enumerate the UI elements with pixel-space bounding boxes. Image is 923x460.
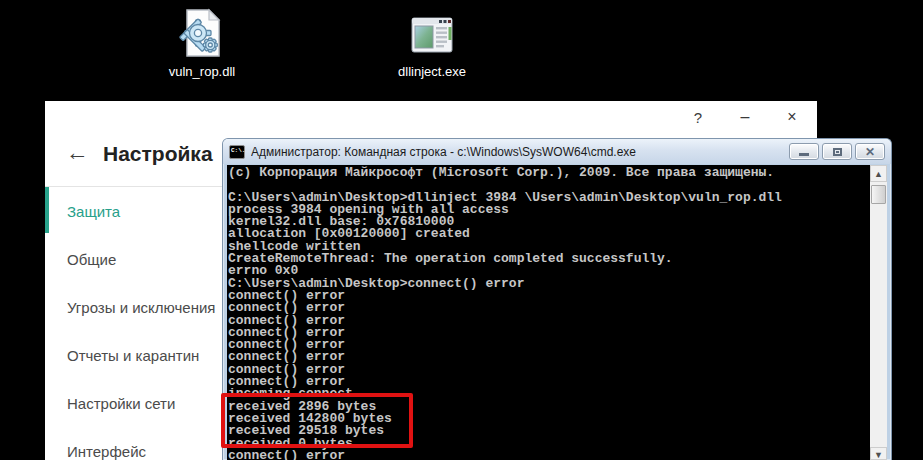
desktop-icon-label: vuln_rop.dll [142,64,262,79]
close-button[interactable]: × [783,106,801,128]
desktop-icon-label: dllinject.exe [372,64,492,79]
received-bytes-highlight-box [221,393,413,448]
minimize-button[interactable] [789,143,819,160]
sidebar-item-label: Отчеты и карантин [67,347,199,364]
sidebar-item-label: Настройки сети [67,395,175,412]
scroll-up-icon[interactable]: ▲ [870,165,887,182]
restore-icon [833,148,842,156]
scroll-down-icon[interactable]: ▼ [870,447,887,460]
cmd-titlebar[interactable]: Администратор: Командная строка - c:\Win… [223,139,891,164]
cmd-window-controls: ✕ [789,143,885,160]
restore-button[interactable] [822,143,852,160]
cmd-icon [229,145,245,159]
help-button[interactable]: ? [689,106,707,128]
page-title: Настройка [103,142,213,166]
sidebar-item-label: Защита [67,203,120,220]
settings-window-controls: ? – × [689,106,801,128]
sidebar-item-label: Общие [67,251,116,268]
back-arrow-icon[interactable]: ← [62,137,92,167]
sidebar-item-label: Интерфейс [67,443,146,460]
desktop: vuln_rop.dll [0,0,923,460]
close-button[interactable]: ✕ [855,143,885,160]
scrollbar-thumb[interactable] [871,185,886,204]
minimize-icon [799,153,809,156]
close-icon: ✕ [865,145,875,159]
exe-file-icon [410,10,454,62]
desktop-icon-dllinject-exe[interactable]: dllinject.exe [372,10,492,79]
dll-file-icon [179,8,225,62]
sidebar-item-label: Угрозы и исключения [67,299,215,316]
minimize-button[interactable]: – [736,106,754,128]
console-scrollbar[interactable]: ▲ ▼ [870,165,887,460]
desktop-icon-vuln-rop-dll[interactable]: vuln_rop.dll [142,8,262,79]
cmd-window-title: Администратор: Командная строка - c:\Win… [251,145,636,159]
